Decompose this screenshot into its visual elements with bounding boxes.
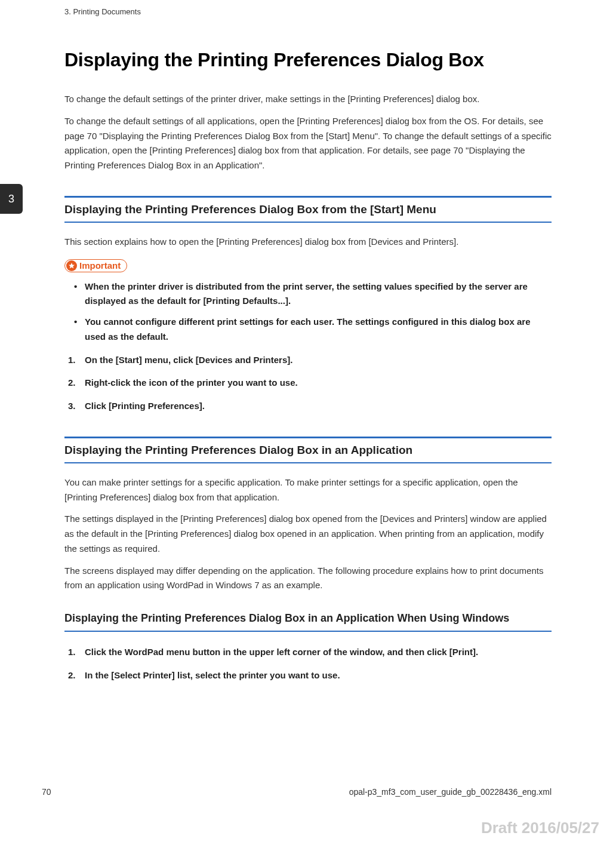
draft-stamp: Draft 2016/05/27 (481, 819, 599, 837)
source-filename: opal-p3_mf3_com_user_guide_gb_00228436_e… (349, 787, 552, 797)
important-badge: Important (64, 259, 127, 272)
chapter-number: 3 (8, 193, 14, 205)
steps-list-2: 1.Click the WordPad menu button in the u… (64, 645, 552, 683)
page-number: 70 (42, 787, 51, 797)
section-heading-application: Displaying the Printing Preferences Dial… (64, 437, 552, 463)
star-icon (66, 260, 77, 271)
section2-p3: The screens displayed may differ dependi… (64, 564, 552, 594)
intro-paragraph-1: To change the default settings of the pr… (64, 92, 552, 107)
step-number: 1. (68, 353, 76, 368)
step-item: 2.Right-click the icon of the printer yo… (85, 376, 552, 391)
step-text: Click [Printing Preferences]. (85, 401, 205, 411)
section-heading-start-menu: Displaying the Printing Preferences Dial… (64, 196, 552, 223)
step-text: On the [Start] menu, click [Devices and … (85, 355, 292, 365)
page-header: 3. Printing Documents (0, 0, 616, 16)
step-item: 1.Click the WordPad menu button in the u… (85, 645, 552, 660)
steps-list-1: 1.On the [Start] menu, click [Devices an… (64, 353, 552, 414)
step-number: 1. (68, 645, 76, 660)
intro-paragraph-2: To change the default settings of all ap… (64, 114, 552, 173)
section2-p2: The settings displayed in the [Printing … (64, 512, 552, 556)
step-number: 2. (68, 668, 76, 683)
section2-p1: You can make printer settings for a spec… (64, 475, 552, 505)
important-item: When the printer driver is distributed f… (85, 279, 552, 309)
important-item: You cannot configure different print set… (85, 315, 552, 345)
section1-intro: This section explains how to open the [P… (64, 235, 552, 250)
step-item: 3.Click [Printing Preferences]. (85, 399, 552, 414)
step-item: 2.In the [Select Printer] list, select t… (85, 668, 552, 683)
svg-marker-0 (69, 263, 75, 269)
step-number: 2. (68, 376, 76, 391)
subsection-heading-windows: Displaying the Printing Preferences Dial… (64, 611, 552, 632)
step-text: Click the WordPad menu button in the upp… (85, 647, 478, 657)
step-text: In the [Select Printer] list, select the… (85, 670, 340, 680)
step-text: Right-click the icon of the printer you … (85, 377, 298, 388)
step-item: 1.On the [Start] menu, click [Devices an… (85, 353, 552, 368)
page-title: Displaying the Printing Preferences Dial… (64, 49, 552, 71)
page-content: Displaying the Printing Preferences Dial… (0, 16, 616, 683)
important-label: Important (79, 260, 121, 271)
breadcrumb: 3. Printing Documents (64, 7, 141, 16)
step-number: 3. (68, 399, 76, 414)
chapter-tab: 3 (0, 184, 23, 214)
important-list: When the printer driver is distributed f… (64, 279, 552, 345)
